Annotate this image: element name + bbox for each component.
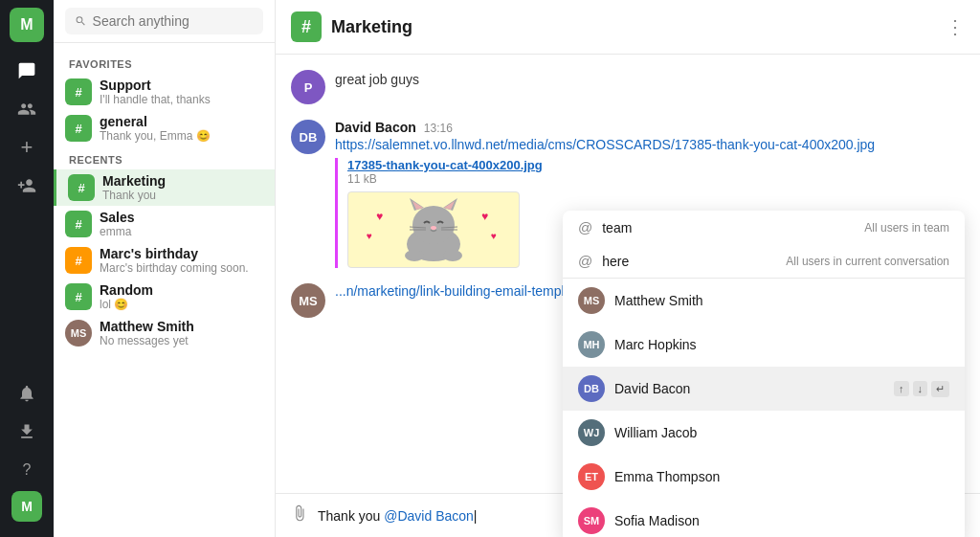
- mention-item-david-bacon[interactable]: DB David Bacon ↑ ↓ ↵: [563, 367, 965, 411]
- search-icon: [75, 14, 87, 28]
- mention-marc-name: Marc Hopkins: [614, 337, 949, 352]
- sales-channel-preview: emma: [100, 225, 263, 238]
- mention-sofia-avatar: SM: [578, 507, 605, 534]
- sidebar-item-random[interactable]: # Random lol 😊: [54, 279, 275, 315]
- support-channel-name: Support: [100, 78, 263, 93]
- mention-matthew-avatar: MS: [578, 287, 605, 314]
- marcs-birthday-channel-icon: #: [65, 247, 92, 274]
- svg-point-12: [405, 250, 424, 261]
- mention-emma-avatar: ET: [578, 463, 605, 490]
- input-cursor: |: [474, 508, 478, 524]
- message-text: great job guys: [335, 70, 965, 90]
- more-options-button[interactable]: ⋮: [946, 15, 965, 38]
- svg-point-13: [443, 250, 462, 261]
- input-mention: @David Bacon: [384, 508, 474, 524]
- mention-william-name: William Jacob: [614, 425, 949, 440]
- support-channel-preview: I'll handle that, thanks: [100, 93, 263, 106]
- svg-text:♥: ♥: [491, 231, 497, 241]
- svg-text:♥: ♥: [367, 231, 372, 241]
- general-channel-icon: #: [65, 115, 92, 142]
- file-size: 11 kB: [347, 172, 965, 186]
- mention-sofia-name: Sofia Madison: [614, 513, 949, 528]
- general-channel-name: general: [100, 114, 263, 129]
- mention-item-marc-hopkins[interactable]: MH Marc Hopkins: [563, 323, 965, 367]
- sidebar-item-marketing[interactable]: # Marketing Thank you: [54, 169, 275, 206]
- search-input[interactable]: [93, 13, 254, 29]
- random-channel-preview: lol 😊: [100, 298, 263, 311]
- bell-icon[interactable]: [10, 376, 44, 411]
- sidebar-item-general[interactable]: # general Thank you, Emma 😊: [54, 110, 275, 146]
- random-channel-name: Random: [100, 282, 263, 298]
- mention-marc-avatar: MH: [578, 331, 605, 358]
- mention-item-william-jacob[interactable]: WJ William Jacob: [563, 411, 965, 455]
- favorites-label: FAVORITES: [54, 51, 275, 74]
- marcs-birthday-channel-name: Marc's birthday: [100, 246, 263, 261]
- sidebar-item-support[interactable]: # Support I'll handle that, thanks: [54, 74, 275, 110]
- main-channel-title: Marketing: [331, 17, 412, 37]
- help-icon[interactable]: ?: [10, 453, 44, 487]
- message-avatar: MS: [291, 283, 325, 318]
- sidebar-item-marcs-birthday[interactable]: # Marc's birthday Marc's birthday coming…: [54, 242, 275, 279]
- message-avatar: DB: [291, 120, 325, 154]
- icon-rail: M + ? M: [0, 0, 54, 537]
- contacts-icon[interactable]: [10, 92, 44, 126]
- sidebar-item-sales[interactable]: # Sales emma: [54, 206, 275, 242]
- random-channel-icon: #: [65, 283, 92, 310]
- mention-william-avatar: WJ: [578, 419, 605, 446]
- search-bar: [54, 0, 275, 43]
- add-icon[interactable]: +: [10, 130, 44, 165]
- support-channel-icon: #: [65, 78, 92, 105]
- message-row: P great job guys: [291, 70, 965, 104]
- user-avatar[interactable]: M: [11, 491, 42, 522]
- general-channel-preview: Thank you, Emma 😊: [100, 129, 263, 143]
- add-user-icon[interactable]: [10, 168, 44, 203]
- mention-team-desc: All users in team: [864, 221, 949, 235]
- marketing-channel-name: Marketing: [102, 173, 263, 189]
- sales-channel-icon: #: [65, 211, 92, 237]
- search-input-wrap[interactable]: [65, 8, 263, 34]
- mention-item-sofia-madison[interactable]: SM Sofia Madison: [563, 499, 965, 537]
- mention-here-desc: All users in current conversation: [786, 255, 949, 268]
- recents-label: RECENTS: [54, 146, 275, 169]
- svg-text:♥: ♥: [376, 210, 383, 223]
- sidebar: FAVORITES # Support I'll handle that, th…: [54, 0, 276, 537]
- mention-david-name: David Bacon: [614, 381, 884, 396]
- marketing-channel-preview: Thank you: [102, 189, 263, 202]
- file-name[interactable]: 17385-thank-you-cat-400x200.jpg: [347, 158, 965, 172]
- download-icon[interactable]: [10, 414, 44, 449]
- channel-hash-icon: #: [291, 11, 322, 42]
- mention-dropdown: @ team All users in team @ here All user…: [563, 211, 965, 537]
- svg-point-2: [412, 206, 455, 244]
- matthew-smith-avatar: MS: [65, 320, 92, 347]
- svg-text:♥: ♥: [481, 210, 488, 223]
- mention-item-matthew-smith[interactable]: MS Matthew Smith: [563, 279, 965, 323]
- message-link[interactable]: ...n/marketing/link-building-email-templ…: [335, 283, 590, 299]
- main-header: # Marketing ⋮: [276, 0, 980, 55]
- mention-item-team[interactable]: @ team All users in team: [563, 211, 965, 244]
- sidebar-content: FAVORITES # Support I'll handle that, th…: [54, 43, 275, 537]
- workspace-avatar[interactable]: M: [10, 8, 44, 42]
- mention-item-emma-thompson[interactable]: ET Emma Thompson: [563, 455, 965, 499]
- marketing-channel-icon: #: [68, 174, 95, 201]
- mention-item-here[interactable]: @ here All users in current conversation: [563, 244, 965, 278]
- mention-emma-name: Emma Thompson: [614, 469, 949, 484]
- message-author: David Bacon: [335, 120, 416, 135]
- message-time: 13:16: [424, 122, 453, 135]
- mention-matthew-name: Matthew Smith: [614, 293, 949, 308]
- mention-keys: ↑ ↓ ↵: [894, 381, 949, 397]
- input-text-before: Thank you: [318, 508, 384, 524]
- message-link[interactable]: https://salemnet.vo.llnwd.net/media/cms/…: [335, 137, 875, 152]
- svg-point-7: [431, 226, 436, 230]
- chat-icon[interactable]: [10, 54, 44, 88]
- sales-channel-name: Sales: [100, 210, 263, 225]
- main-content: # Marketing ⋮ P great job guys DB David …: [276, 0, 980, 537]
- file-thumbnail: ♥ ♥ ♥ ♥: [347, 191, 520, 268]
- mention-team-name: team: [602, 220, 855, 235]
- matthew-smith-preview: No messages yet: [100, 334, 263, 347]
- mention-david-avatar: DB: [578, 375, 605, 402]
- sidebar-item-matthew-smith[interactable]: MS Matthew Smith No messages yet: [54, 315, 275, 351]
- marcs-birthday-channel-preview: Marc's birthday coming soon.: [100, 261, 263, 275]
- matthew-smith-name: Matthew Smith: [100, 319, 263, 334]
- attach-icon[interactable]: [291, 504, 308, 526]
- message-avatar: P: [291, 70, 325, 104]
